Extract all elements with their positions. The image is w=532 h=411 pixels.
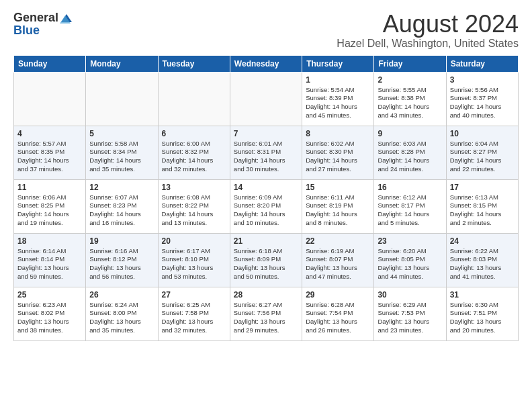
calendar-cell: 4Sunrise: 5:57 AM Sunset: 8:35 PM Daylig… xyxy=(14,126,86,179)
day-number: 29 xyxy=(306,290,370,300)
weekday-header-row: SundayMondayTuesdayWednesdayThursdayFrid… xyxy=(14,55,519,72)
calendar-cell: 9Sunrise: 6:03 AM Sunset: 8:28 PM Daylig… xyxy=(374,126,446,179)
calendar-cell: 26Sunrise: 6:24 AM Sunset: 8:00 PM Dayli… xyxy=(86,287,158,340)
weekday-header-wednesday: Wednesday xyxy=(230,55,302,72)
calendar-cell: 25Sunrise: 6:23 AM Sunset: 8:02 PM Dayli… xyxy=(14,287,86,340)
day-number: 20 xyxy=(162,236,226,246)
calendar-cell: 24Sunrise: 6:22 AM Sunset: 8:03 PM Dayli… xyxy=(446,233,518,287)
calendar-cell: 13Sunrise: 6:08 AM Sunset: 8:22 PM Dayli… xyxy=(158,179,230,233)
calendar-cell: 14Sunrise: 6:09 AM Sunset: 8:20 PM Dayli… xyxy=(230,179,302,233)
calendar-cell xyxy=(86,72,158,126)
day-info: Sunrise: 5:54 AM Sunset: 8:39 PM Dayligh… xyxy=(306,86,370,120)
day-number: 13 xyxy=(162,183,226,192)
day-number: 3 xyxy=(450,75,515,85)
day-number: 26 xyxy=(89,290,154,300)
weekday-header-friday: Friday xyxy=(374,55,446,72)
day-info: Sunrise: 6:03 AM Sunset: 8:28 PM Dayligh… xyxy=(378,140,442,174)
day-info: Sunrise: 6:30 AM Sunset: 7:51 PM Dayligh… xyxy=(450,301,515,335)
day-number: 30 xyxy=(378,290,442,300)
calendar-cell: 16Sunrise: 6:12 AM Sunset: 8:17 PM Dayli… xyxy=(374,179,446,233)
calendar-cell: 10Sunrise: 6:04 AM Sunset: 8:27 PM Dayli… xyxy=(446,126,518,179)
weekday-header-thursday: Thursday xyxy=(302,55,374,72)
calendar-cell: 19Sunrise: 6:16 AM Sunset: 8:12 PM Dayli… xyxy=(86,233,158,287)
calendar-cell: 22Sunrise: 6:19 AM Sunset: 8:07 PM Dayli… xyxy=(302,233,374,287)
day-number: 21 xyxy=(234,236,298,246)
day-info: Sunrise: 6:07 AM Sunset: 8:23 PM Dayligh… xyxy=(89,193,154,228)
day-info: Sunrise: 6:04 AM Sunset: 8:27 PM Dayligh… xyxy=(450,140,515,174)
day-number: 23 xyxy=(378,236,442,246)
calendar-cell: 12Sunrise: 6:07 AM Sunset: 8:23 PM Dayli… xyxy=(86,179,158,233)
calendar-cell: 23Sunrise: 6:20 AM Sunset: 8:05 PM Dayli… xyxy=(374,233,446,287)
calendar-page: General Blue August 2024 Hazel Dell, Was… xyxy=(0,0,532,411)
day-info: Sunrise: 6:13 AM Sunset: 8:15 PM Dayligh… xyxy=(450,193,515,228)
day-number: 22 xyxy=(306,236,370,246)
day-number: 5 xyxy=(89,129,154,138)
day-info: Sunrise: 6:17 AM Sunset: 8:10 PM Dayligh… xyxy=(162,247,226,281)
day-number: 25 xyxy=(17,290,82,300)
calendar-cell: 30Sunrise: 6:29 AM Sunset: 7:53 PM Dayli… xyxy=(374,287,446,340)
calendar-cell: 18Sunrise: 6:14 AM Sunset: 8:14 PM Dayli… xyxy=(14,233,86,287)
calendar-week-row: 18Sunrise: 6:14 AM Sunset: 8:14 PM Dayli… xyxy=(14,233,519,287)
calendar-cell: 31Sunrise: 6:30 AM Sunset: 7:51 PM Dayli… xyxy=(446,287,518,340)
calendar-cell xyxy=(230,72,302,126)
calendar-cell: 6Sunrise: 6:00 AM Sunset: 8:32 PM Daylig… xyxy=(158,126,230,179)
day-number: 8 xyxy=(306,129,370,138)
calendar-cell: 20Sunrise: 6:17 AM Sunset: 8:10 PM Dayli… xyxy=(158,233,230,287)
day-number: 4 xyxy=(17,129,82,138)
day-number: 14 xyxy=(234,183,298,192)
location-text: Hazel Dell, Washington, United States xyxy=(337,38,519,50)
day-info: Sunrise: 6:25 AM Sunset: 7:58 PM Dayligh… xyxy=(162,301,226,335)
day-number: 2 xyxy=(378,75,442,85)
calendar-cell: 28Sunrise: 6:27 AM Sunset: 7:56 PM Dayli… xyxy=(230,287,302,340)
day-info: Sunrise: 5:58 AM Sunset: 8:34 PM Dayligh… xyxy=(89,140,154,174)
day-info: Sunrise: 6:27 AM Sunset: 7:56 PM Dayligh… xyxy=(234,301,298,335)
calendar-cell: 3Sunrise: 5:56 AM Sunset: 8:37 PM Daylig… xyxy=(446,72,518,126)
calendar-cell: 7Sunrise: 6:01 AM Sunset: 8:31 PM Daylig… xyxy=(230,126,302,179)
day-info: Sunrise: 5:57 AM Sunset: 8:35 PM Dayligh… xyxy=(17,140,82,174)
day-number: 12 xyxy=(89,183,154,192)
day-info: Sunrise: 6:20 AM Sunset: 8:05 PM Dayligh… xyxy=(378,247,442,281)
weekday-header-saturday: Saturday xyxy=(446,55,518,72)
day-info: Sunrise: 6:19 AM Sunset: 8:07 PM Dayligh… xyxy=(306,247,370,281)
logo-blue-text: Blue xyxy=(13,24,40,38)
day-info: Sunrise: 6:23 AM Sunset: 8:02 PM Dayligh… xyxy=(17,301,82,335)
day-number: 19 xyxy=(89,236,154,246)
weekday-header-sunday: Sunday xyxy=(14,55,86,72)
day-info: Sunrise: 6:22 AM Sunset: 8:03 PM Dayligh… xyxy=(450,247,515,281)
month-title: August 2024 xyxy=(337,11,519,38)
day-info: Sunrise: 5:56 AM Sunset: 8:37 PM Dayligh… xyxy=(450,86,515,120)
calendar-week-row: 25Sunrise: 6:23 AM Sunset: 8:02 PM Dayli… xyxy=(14,287,519,340)
day-info: Sunrise: 6:14 AM Sunset: 8:14 PM Dayligh… xyxy=(17,247,82,281)
day-number: 9 xyxy=(378,129,442,138)
calendar-week-row: 11Sunrise: 6:06 AM Sunset: 8:25 PM Dayli… xyxy=(14,179,519,233)
weekday-header-monday: Monday xyxy=(86,55,158,72)
calendar-cell: 27Sunrise: 6:25 AM Sunset: 7:58 PM Dayli… xyxy=(158,287,230,340)
calendar-cell: 2Sunrise: 5:55 AM Sunset: 8:38 PM Daylig… xyxy=(374,72,446,126)
day-number: 6 xyxy=(162,129,226,138)
day-number: 31 xyxy=(450,290,515,300)
day-number: 11 xyxy=(17,183,82,192)
calendar-cell xyxy=(14,72,86,126)
day-info: Sunrise: 6:11 AM Sunset: 8:19 PM Dayligh… xyxy=(306,193,370,228)
calendar-cell: 21Sunrise: 6:18 AM Sunset: 8:09 PM Dayli… xyxy=(230,233,302,287)
day-number: 18 xyxy=(17,236,82,246)
day-number: 7 xyxy=(234,129,298,138)
day-info: Sunrise: 6:24 AM Sunset: 8:00 PM Dayligh… xyxy=(89,301,154,335)
calendar-cell xyxy=(158,72,230,126)
calendar-cell: 5Sunrise: 5:58 AM Sunset: 8:34 PM Daylig… xyxy=(86,126,158,179)
day-info: Sunrise: 6:00 AM Sunset: 8:32 PM Dayligh… xyxy=(162,140,226,174)
calendar-cell: 15Sunrise: 6:11 AM Sunset: 8:19 PM Dayli… xyxy=(302,179,374,233)
day-info: Sunrise: 6:09 AM Sunset: 8:20 PM Dayligh… xyxy=(234,193,298,228)
title-block: August 2024 Hazel Dell, Washington, Unit… xyxy=(337,11,519,50)
day-number: 10 xyxy=(450,129,515,138)
day-info: Sunrise: 6:28 AM Sunset: 7:54 PM Dayligh… xyxy=(306,301,370,335)
day-info: Sunrise: 6:18 AM Sunset: 8:09 PM Dayligh… xyxy=(234,247,298,281)
day-number: 15 xyxy=(306,183,370,192)
day-info: Sunrise: 6:12 AM Sunset: 8:17 PM Dayligh… xyxy=(378,193,442,228)
day-number: 24 xyxy=(450,236,515,246)
day-number: 16 xyxy=(378,183,442,192)
day-info: Sunrise: 6:01 AM Sunset: 8:31 PM Dayligh… xyxy=(234,140,298,174)
calendar-cell: 11Sunrise: 6:06 AM Sunset: 8:25 PM Dayli… xyxy=(14,179,86,233)
day-info: Sunrise: 6:06 AM Sunset: 8:25 PM Dayligh… xyxy=(17,193,82,228)
day-number: 27 xyxy=(162,290,226,300)
